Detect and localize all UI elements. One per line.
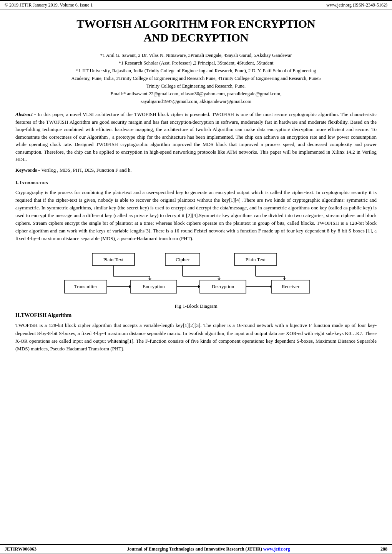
svg-rect-6 [65,280,107,293]
svg-marker-29 [198,285,200,288]
svg-rect-10 [200,280,246,293]
diagram-container: Plain Text Cipher Plain Text Transmitter… [58,250,334,300]
section1-text: Cryptography is the process for combinin… [15,189,377,243]
diagram-caption: Fig 1-Block Diagram [174,303,217,309]
footer-bar: JETIRW006063 Journal of Emerging Technol… [0,544,392,554]
paper-title: TWOFISH ALGORITHM FOR ENCRYPTION AND DEC… [15,17,377,45]
svg-text:Receiver: Receiver [282,284,300,289]
svg-rect-12 [271,280,310,293]
svg-rect-4 [234,253,277,265]
svg-text:Plain Text: Plain Text [103,257,124,262]
svg-rect-8 [131,280,177,293]
svg-marker-31 [270,285,271,288]
svg-marker-21 [218,279,221,280]
section2-text: TWOFISH is a 128-bit block cipher algori… [15,322,377,353]
svg-text:Plain Text: Plain Text [246,257,266,262]
footer-center: Journal of Emerging Technologies and Inn… [127,546,290,552]
section1-heading: I. Introduction [15,179,377,186]
page: © 2019 JETIR January 2019, Volume 6, Iss… [0,0,392,554]
diagram-svg: Plain Text Cipher Plain Text Transmitter… [58,250,334,300]
keywords-label: Keywords - [15,167,40,173]
svg-text:Encryption: Encryption [143,284,165,289]
abstract-label: Abstract - [15,111,36,117]
footer-center-label: Journal of Emerging Technologies and Inn… [127,546,262,552]
section2-heading: II.TWOFISH Algorithm [15,312,377,318]
footer-url[interactable]: www.jetir.org [263,546,290,552]
header-bar: © 2019 JETIR January 2019, Volume 6, Iss… [0,0,392,10]
block-diagram: Plain Text Cipher Plain Text Transmitter… [15,250,377,309]
svg-rect-0 [92,253,135,265]
svg-text:Cipher: Cipher [176,257,189,262]
header-left: © 2019 JETIR January 2019, Volume 6, Iss… [5,2,93,8]
abstract: Abstract - In this paper, a novel VLSI a… [15,111,377,163]
svg-text:Decryption: Decryption [212,284,234,289]
footer-left: JETIRW006063 [5,546,37,552]
keywords: Keywords - Verilog , MDS, PHT, DES, Func… [15,167,377,173]
svg-marker-25 [283,279,286,280]
keywords-text: Verilog , MDS, PHT, DES, Function F and … [40,167,132,173]
svg-text:Transmitter: Transmitter [74,284,98,289]
header-right: www.jetir.org (ISSN-2349-5162) [326,2,387,8]
authors: *1 Anil G. Sawant, 2 Dr. Vilas N. Nitnaw… [15,51,377,105]
main-content: TWOFISH ALGORITHM FOR ENCRYPTION AND DEC… [0,10,392,544]
svg-marker-27 [129,285,131,288]
svg-marker-17 [148,279,151,280]
svg-rect-2 [165,253,200,265]
footer-right: 288 [380,546,387,552]
abstract-text: In this paper, a novel VLSI architecture… [15,111,377,162]
